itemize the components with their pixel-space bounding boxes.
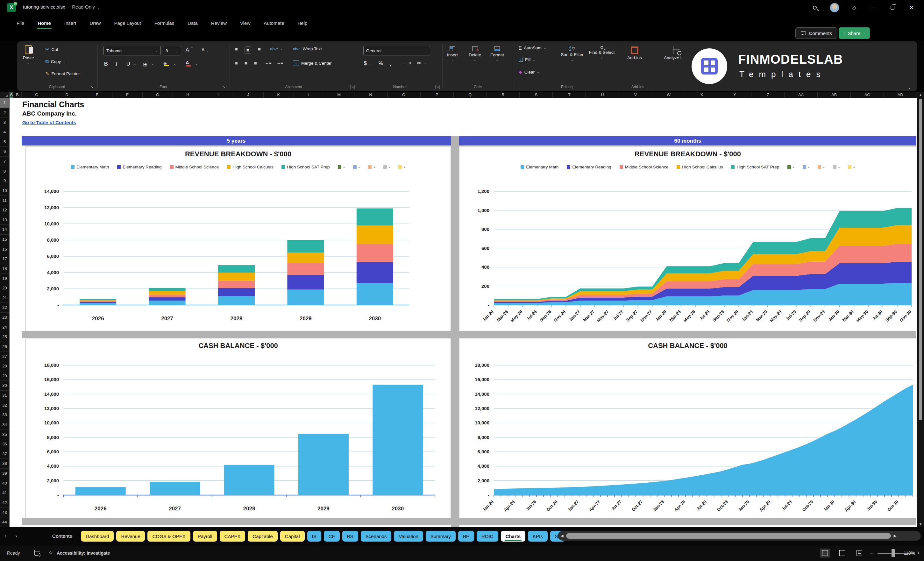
column-header-X[interactable]: X <box>685 92 718 98</box>
menu-tab-formulas[interactable]: Formulas <box>150 18 179 28</box>
paste-button[interactable]: Paste⌄ <box>23 45 34 64</box>
row-header-40[interactable]: 40 <box>0 478 9 488</box>
sheet-tab-capital[interactable]: Capital <box>280 531 305 542</box>
normal-view-button[interactable] <box>820 549 830 558</box>
column-header-AC[interactable]: AC <box>851 92 884 98</box>
row-header-35[interactable]: 35 <box>0 429 9 440</box>
column-header-W[interactable]: W <box>652 92 685 98</box>
row-header-21[interactable]: 21 <box>0 293 9 303</box>
sheet-tab-roic[interactable]: ROIC <box>477 531 498 542</box>
page-break-view-button[interactable] <box>855 549 864 558</box>
close-button[interactable]: ✕ <box>908 3 916 12</box>
menu-tab-help[interactable]: Help <box>293 18 312 28</box>
wrap-text-button[interactable]: ab↩Wrap Text <box>293 46 322 51</box>
row-header-32[interactable]: 32 <box>0 400 9 410</box>
borders-menu[interactable]: ⌄ <box>151 62 154 66</box>
row-header-31[interactable]: 31 <box>0 391 9 400</box>
column-header-AA[interactable]: AA <box>784 92 818 98</box>
find-select-button[interactable]: Find & Select⌄ <box>588 46 615 59</box>
clear-button[interactable]: ◆Clear⌄ <box>519 69 539 75</box>
row-header-34[interactable]: 34 <box>0 420 9 430</box>
column-header-C[interactable]: C <box>22 92 52 98</box>
share-button[interactable]: ↑Share⌄ <box>838 27 870 39</box>
row-header-22[interactable]: 22 <box>0 303 9 313</box>
scroll-up-icon[interactable]: ▲ <box>917 93 924 97</box>
row-header-33[interactable]: 33 <box>0 410 9 420</box>
column-header-U[interactable]: U <box>586 92 619 98</box>
column-header-R[interactable]: R <box>487 92 520 98</box>
align-bottom-button[interactable]: ≡ <box>258 46 261 52</box>
align-center-button[interactable]: ≡ <box>244 60 248 66</box>
column-header-AD[interactable]: AD <box>884 92 917 98</box>
sheet-tab-is[interactable]: IS <box>307 531 321 542</box>
zoom-out-button[interactable]: − <box>870 550 873 556</box>
number-dialog-launcher[interactable]: ↘ <box>435 85 440 89</box>
restore-button[interactable] <box>888 3 897 12</box>
sheet-tab-payroll[interactable]: Payroll <box>193 531 217 542</box>
chart-revenue-breakdown-5y[interactable]: REVENUE BREAKDOWN - $'000Elementary Math… <box>26 147 451 331</box>
scroll-down-icon[interactable]: ▼ <box>917 522 924 526</box>
align-top-button[interactable]: ≡ <box>235 46 238 52</box>
column-header-T[interactable]: T <box>553 92 586 98</box>
row-headers[interactable]: 1234567891011121314151617181920212223242… <box>0 98 9 527</box>
column-header-D[interactable]: D <box>52 92 82 98</box>
font-name-combo[interactable]: Tahoma⌄ <box>104 46 161 56</box>
menu-tab-data[interactable]: Data <box>183 18 202 28</box>
comma-style-button[interactable]: , <box>389 60 391 67</box>
column-header-Q[interactable]: Q <box>454 92 487 98</box>
number-format-combo[interactable]: General⌄ <box>363 46 430 56</box>
menu-tab-insert[interactable]: Insert <box>60 18 81 28</box>
menu-tab-file[interactable]: File <box>12 18 28 28</box>
accounting-format-button[interactable]: $⌄ <box>364 60 371 66</box>
sheet-nav-prev[interactable]: ‹ <box>0 533 11 539</box>
menu-tab-automate[interactable]: Automate <box>259 18 288 28</box>
row-header-41[interactable]: 41 <box>0 488 9 498</box>
column-header-A[interactable]: A <box>9 92 14 98</box>
column-header-I[interactable]: I <box>203 92 233 98</box>
vertical-scrollbar-thumb[interactable] <box>919 99 922 420</box>
menu-tab-draw[interactable]: Draw <box>85 18 105 28</box>
sheet-tab-scenarios[interactable]: Scenarios <box>361 531 392 542</box>
column-header-N[interactable]: N <box>354 92 387 98</box>
row-header-13[interactable]: 13 <box>0 215 9 225</box>
column-header-Z[interactable]: Z <box>752 92 784 98</box>
delete-cells-button[interactable]: ✕Delete⌄ <box>469 46 481 62</box>
clipboard-dialog-launcher[interactable]: ↘ <box>90 85 94 89</box>
column-header-J[interactable]: J <box>233 92 264 98</box>
column-header-L[interactable]: L <box>294 92 324 98</box>
increase-decimal-button[interactable]: ←.0 <box>402 61 411 65</box>
sheet-tab-capex[interactable]: CAPEX <box>220 531 246 542</box>
decrease-indent-button[interactable]: ←≡ <box>265 60 272 65</box>
horizontal-scrollbar[interactable]: ◀ ▶ <box>558 531 921 541</box>
font-color-button[interactable]: A <box>186 60 191 65</box>
hscroll-right-icon[interactable]: ▶ <box>891 534 899 538</box>
row-header-5[interactable]: 5 <box>0 137 9 147</box>
column-header-Y[interactable]: Y <box>718 92 752 98</box>
sort-filter-button[interactable]: AZ▽ Sort & Filter⌄ <box>560 46 585 62</box>
chart-cash-balance-60m[interactable]: CASH BALANCE - $'000-2,0004,0006,0008,00… <box>459 338 916 518</box>
sheet-tab-contents[interactable]: Contents <box>52 533 72 539</box>
row-header-16[interactable]: 16 <box>0 244 9 254</box>
row-header-27[interactable]: 27 <box>0 351 9 362</box>
zoom-in-button[interactable]: + <box>917 550 920 556</box>
row-header-23[interactable]: 23 <box>0 313 9 322</box>
column-header-O[interactable]: O <box>387 92 421 98</box>
row-header-2[interactable]: 2 <box>0 108 9 118</box>
column-header-E[interactable]: E <box>82 92 112 98</box>
collapse-ribbon-chevron-icon[interactable]: ⌄ <box>908 85 911 90</box>
sheet-tab-cf[interactable]: CF <box>324 531 340 542</box>
chart-revenue-breakdown-60m[interactable]: REVENUE BREAKDOWN - $'000Elementary Math… <box>459 147 916 331</box>
menu-tab-home[interactable]: Home <box>33 18 56 28</box>
format-cells-button[interactable]: Format⌄ <box>490 46 504 62</box>
column-header-M[interactable]: M <box>324 92 354 98</box>
font-dialog-launcher[interactable]: ↘ <box>222 85 226 89</box>
sheet-tab-valuation[interactable]: Valuation <box>394 531 423 542</box>
column-headers[interactable]: ABCDEFGHIJKLMNOPQRSTUVWXYZAAABACAD <box>0 92 917 98</box>
fill-color-button[interactable]: ◈ <box>164 60 169 66</box>
row-header-19[interactable]: 19 <box>0 273 9 284</box>
comments-button[interactable]: Comments <box>795 27 837 39</box>
cut-button[interactable]: ✂Cut <box>45 46 58 52</box>
sheet-tab-bs[interactable]: BS <box>342 531 358 542</box>
row-header-25[interactable]: 25 <box>0 332 9 342</box>
fill-button[interactable]: ↓Fill⌄ <box>519 57 535 62</box>
